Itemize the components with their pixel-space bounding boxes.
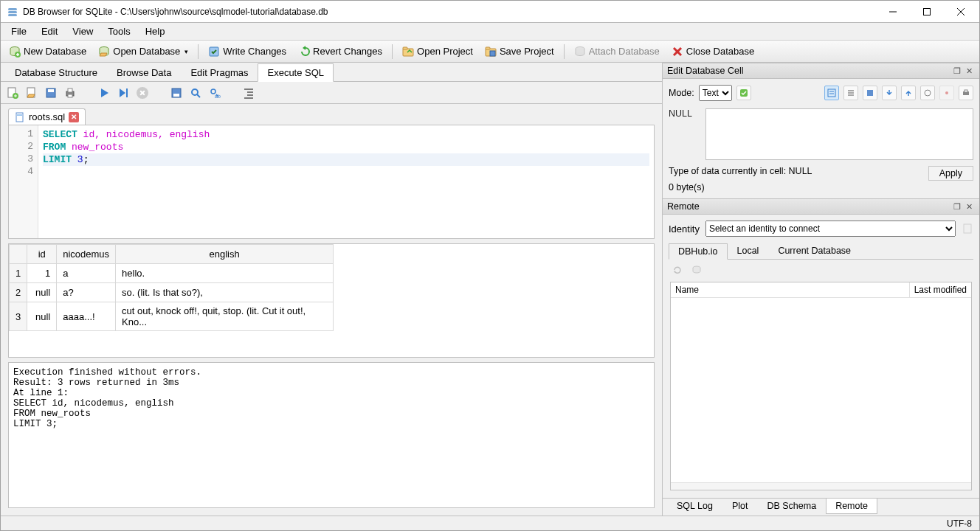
tab-database-structure[interactable]: Database Structure	[5, 63, 107, 81]
edit-cell-panel: Mode: Text NULL	[663, 79, 979, 198]
size-info: 0 byte(s)	[669, 182, 973, 192]
bottom-tab-remote[interactable]: Remote	[826, 499, 877, 514]
results-header-english[interactable]: english	[116, 245, 334, 264]
clone-icon[interactable]	[691, 264, 703, 276]
null-label: NULL	[669, 108, 698, 160]
bottom-tabstrip: SQL Log Plot DB Schema Remote	[663, 498, 979, 516]
save-sql-icon[interactable]	[45, 87, 57, 99]
remote-list[interactable]: Name Last modified	[670, 282, 972, 490]
text-icon[interactable]	[824, 86, 839, 100]
remote-col-modified[interactable]: Last modified	[910, 282, 971, 297]
menu-tools[interactable]: Tools	[100, 24, 137, 38]
indent-icon[interactable]	[243, 87, 255, 99]
svg-text:ab: ab	[215, 94, 221, 99]
svg-rect-29	[68, 88, 72, 92]
menu-edit[interactable]: Edit	[34, 24, 65, 38]
remote-col-name[interactable]: Name	[671, 282, 910, 297]
apply-button[interactable]: Apply	[928, 166, 973, 181]
sql-file-icon	[15, 112, 25, 122]
tab-execute-sql[interactable]: Execute SQL	[258, 63, 334, 82]
find-replace-icon[interactable]: ab	[209, 87, 221, 99]
attach-database-button[interactable]: Attach Database	[569, 43, 665, 60]
new-sqltab-icon[interactable]	[7, 87, 18, 99]
sql-file-tab[interactable]: roots.sql ✕	[8, 108, 86, 125]
results-header-nicodemus[interactable]: nicodemus	[57, 245, 116, 264]
autoformat-icon[interactable]	[736, 86, 751, 100]
sql-filetab-row: roots.sql ✕	[1, 104, 662, 125]
cert-icon[interactable]	[962, 223, 973, 235]
cell-content-area[interactable]	[705, 108, 973, 160]
sql-code[interactable]: SELECT id, nicodemus, englishFROM new_ro…	[38, 125, 654, 238]
remote-tab-current[interactable]: Current Database	[768, 243, 860, 259]
remote-panel: Identity Select an identity to connect D…	[663, 215, 979, 498]
close-filetab-icon[interactable]: ✕	[69, 112, 79, 122]
bottom-tab-plot[interactable]: Plot	[722, 499, 758, 514]
setnull-icon[interactable]	[920, 86, 935, 100]
execution-log[interactable]: Execution finished without errors. Resul…	[8, 362, 655, 508]
close-button[interactable]	[944, 1, 978, 23]
open-database-button[interactable]: Open Database▾	[93, 43, 193, 60]
close-remote-icon[interactable]: ✕	[963, 201, 975, 212]
revert-changes-button[interactable]: Revert Changes	[293, 43, 387, 60]
sql-gutter: 1234	[9, 125, 38, 238]
main-tabstrip: Database Structure Browse Data Edit Prag…	[1, 63, 662, 82]
remote-title: Remote	[667, 201, 700, 212]
window-title: DB Browser for SQLite - C:\Users\johnw\s…	[23, 7, 876, 17]
remote-tab-local[interactable]: Local	[728, 243, 769, 259]
titlebar: DB Browser for SQLite - C:\Users\johnw\s…	[1, 1, 979, 23]
results-row: 2 null a? so. (lit. Is that so?),	[10, 283, 334, 302]
statusbar: UTF-8	[1, 516, 979, 530]
minimize-button[interactable]	[876, 1, 910, 23]
edit-cell-panel-header: Edit Database Cell ❐ ✕	[663, 63, 979, 79]
open-project-button[interactable]: Open Project	[397, 43, 478, 60]
stop-icon[interactable]	[137, 87, 148, 99]
menu-view[interactable]: View	[65, 24, 100, 38]
refresh-icon[interactable]	[672, 264, 683, 276]
menu-file[interactable]: File	[4, 24, 34, 38]
maximize-button[interactable]	[910, 1, 944, 23]
undock-remote-icon[interactable]: ❐	[951, 201, 963, 212]
undock-icon[interactable]: ❐	[951, 65, 963, 77]
tab-browse-data[interactable]: Browse Data	[107, 63, 181, 81]
remote-panel-header: Remote ❐ ✕	[663, 198, 979, 215]
svg-rect-27	[48, 89, 54, 92]
import-icon[interactable]	[882, 86, 897, 100]
erase-icon[interactable]	[939, 86, 954, 100]
bottom-tab-dbschema[interactable]: DB Schema	[757, 499, 826, 514]
tab-edit-pragmas[interactable]: Edit Pragmas	[181, 63, 258, 81]
identity-select[interactable]: Select an identity to connect	[705, 221, 956, 237]
identity-label: Identity	[669, 223, 700, 235]
bottom-tab-sqllog[interactable]: SQL Log	[667, 499, 722, 514]
write-changes-button[interactable]: Write Changes	[203, 43, 291, 60]
remote-scrollbar[interactable]	[671, 482, 971, 490]
export-icon[interactable]	[901, 86, 916, 100]
run-line-icon[interactable]	[117, 87, 129, 99]
find-icon[interactable]	[190, 87, 201, 99]
close-database-button[interactable]: Close Database	[666, 43, 760, 60]
save-project-button[interactable]: Save Project	[480, 43, 559, 60]
wrap-icon[interactable]	[843, 86, 858, 100]
menubar: File Edit View Tools Help	[1, 23, 979, 41]
print-icon[interactable]	[64, 87, 76, 99]
svg-rect-55	[965, 90, 967, 92]
print-cell-icon[interactable]	[959, 86, 973, 100]
encoding-label: UTF-8	[947, 518, 972, 529]
results-grid[interactable]: id nicodemus english 1 1 a hello. 2 null…	[8, 243, 655, 358]
run-icon[interactable]	[98, 87, 110, 99]
remote-tab-dbhub[interactable]: DBHub.io	[669, 243, 728, 260]
open-blob-icon[interactable]	[863, 86, 877, 100]
results-header-id[interactable]: id	[27, 245, 57, 264]
new-database-button[interactable]: New Database	[4, 43, 92, 60]
svg-rect-56	[964, 224, 971, 233]
mode-select[interactable]: Text	[699, 85, 732, 101]
save-results-icon[interactable]	[170, 87, 182, 99]
svg-point-34	[192, 89, 198, 95]
menu-help[interactable]: Help	[138, 24, 173, 38]
sql-editor[interactable]: 1234 SELECT id, nicodemus, englishFROM n…	[8, 125, 655, 239]
close-panel-icon[interactable]: ✕	[963, 65, 975, 77]
mode-label: Mode:	[669, 88, 694, 98]
svg-rect-43	[17, 114, 22, 116]
open-sql-icon[interactable]	[26, 87, 38, 99]
svg-rect-4	[924, 8, 931, 15]
results-row: 1 1 a hello.	[10, 264, 334, 283]
